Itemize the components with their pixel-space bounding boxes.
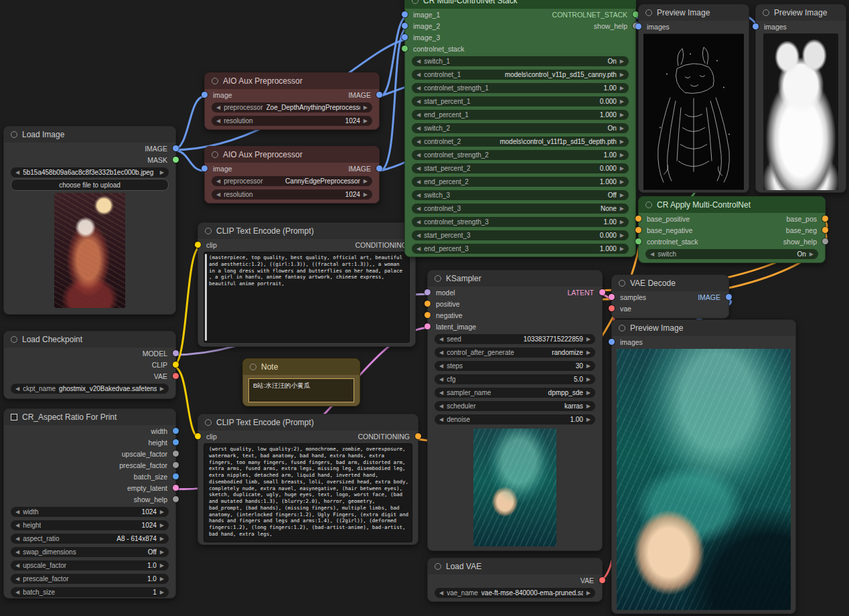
increment-arrow-icon[interactable]	[160, 520, 164, 530]
node-titlebar[interactable]: CLIP Text Encode (Prompt)	[198, 223, 415, 239]
choose-file-button[interactable]: choose file to upload	[11, 179, 169, 191]
node-preview-image-depth[interactable]: Preview Image images	[755, 4, 846, 193]
aspect-ratio-widget[interactable]: aspect_ratioA8 - 614x874	[11, 534, 169, 544]
height-widget[interactable]: height1024	[11, 520, 169, 530]
input-port-base-positive[interactable]	[635, 216, 641, 222]
output-port-vae[interactable]	[173, 373, 179, 379]
output-port-conditioning[interactable]	[415, 433, 421, 439]
switch-1-widget[interactable]: switch_1On	[412, 56, 629, 66]
node-titlebar[interactable]: Preview Image	[639, 5, 749, 21]
switch-2-widget[interactable]: switch_2On	[412, 123, 629, 133]
switch-3-widget[interactable]: switch_3Off	[412, 190, 629, 200]
node-titlebar[interactable]: Load VAE	[428, 558, 602, 574]
node-titlebar[interactable]: KSampler	[428, 271, 602, 287]
increment-arrow-icon[interactable]	[160, 534, 164, 544]
increment-arrow-icon[interactable]	[620, 150, 624, 160]
node-ksampler[interactable]: KSampler modelLATENT positive negative l…	[427, 270, 603, 551]
input-port-image[interactable]	[202, 165, 208, 171]
prev-arrow-icon[interactable]	[15, 167, 19, 177]
output-port-image[interactable]	[376, 92, 382, 98]
output-port-image[interactable]	[726, 294, 732, 300]
node-titlebar[interactable]: CR_Aspect Ratio For Print	[4, 409, 175, 425]
input-port-latent-image[interactable]	[424, 323, 431, 329]
collapse-icon[interactable]	[212, 151, 218, 158]
start-percent-1-widget[interactable]: start_percent_10.000	[412, 96, 629, 106]
end-percent-1-widget[interactable]: end_percent_11.000	[412, 110, 629, 120]
collapse-icon[interactable]	[435, 563, 441, 570]
node-cr-multi-controlnet-stack[interactable]: CR Multi-ControlNet Stack image_1CONTROL…	[404, 0, 636, 257]
decrement-arrow-icon[interactable]	[439, 374, 443, 384]
controlnet-1-combo[interactable]: controlnet_1models\control_v11p_sd15_can…	[412, 70, 629, 80]
node-titlebar[interactable]: CLIP Text Encode (Prompt)	[198, 414, 418, 431]
start-percent-2-widget[interactable]: start_percent_20.000	[412, 163, 629, 173]
prev-arrow-icon[interactable]	[439, 588, 443, 598]
increment-arrow-icon[interactable]	[587, 334, 591, 344]
decrement-arrow-icon[interactable]	[416, 56, 420, 66]
input-port-image[interactable]	[202, 92, 208, 98]
decrement-arrow-icon[interactable]	[439, 414, 443, 425]
decrement-arrow-icon[interactable]	[416, 110, 420, 120]
increment-arrow-icon[interactable]	[587, 361, 591, 371]
textarea-scrollbar[interactable]	[205, 254, 207, 341]
decrement-arrow-icon[interactable]	[15, 520, 19, 530]
collapse-icon[interactable]	[645, 202, 652, 208]
increment-arrow-icon[interactable]	[620, 83, 624, 93]
end-percent-2-widget[interactable]: end_percent_21.000	[412, 177, 629, 187]
next-arrow-icon[interactable]	[364, 102, 368, 112]
input-port-clip[interactable]	[195, 242, 201, 248]
node-titlebar[interactable]: AIO Aux Preprocessor	[205, 147, 379, 163]
increment-arrow-icon[interactable]	[160, 587, 164, 597]
swap-dimensions-widget[interactable]: swap_dimensionsOff	[11, 547, 169, 557]
input-port-images[interactable]	[753, 23, 759, 29]
scheduler-widget[interactable]: schedulerkarras	[435, 401, 595, 411]
increment-arrow-icon[interactable]	[620, 163, 624, 173]
start-percent-3-widget[interactable]: start_percent_30.000	[412, 230, 629, 240]
decrement-arrow-icon[interactable]	[416, 83, 420, 93]
controlnet-strength-3-widget[interactable]: controlnet_strength_31.00	[412, 217, 629, 227]
input-port-controlnet-stack[interactable]	[402, 46, 408, 52]
increment-arrow-icon[interactable]	[587, 414, 591, 425]
control-after-generate-widget[interactable]: control_after_generaterandomize	[435, 348, 595, 358]
node-titlebar[interactable]: AIO Aux Preprocessor	[205, 73, 379, 89]
output-port-base-neg[interactable]	[822, 227, 828, 233]
decrement-arrow-icon[interactable]	[416, 163, 420, 173]
switch-widget[interactable]: switchOn	[645, 249, 818, 259]
node-aspect-ratio[interactable]: CR_Aspect Ratio For Print width height u…	[3, 408, 176, 599]
preprocessor-combo[interactable]: preprocessorZoe_DepthAnythingPreprocesso…	[212, 102, 372, 112]
preprocessor-combo[interactable]: preprocessorCannyEdgePreprocessor	[212, 176, 372, 186]
resolution-widget[interactable]: resolution1024	[212, 189, 372, 200]
node-preview-image-canny[interactable]: Preview Image images	[638, 4, 749, 193]
node-clip-text-encode-positive[interactable]: CLIP Text Encode (Prompt) clipCONDITIONI…	[198, 222, 416, 347]
increment-arrow-icon[interactable]	[620, 110, 624, 120]
prev-arrow-icon[interactable]	[216, 176, 220, 186]
upscale-factor-widget[interactable]: upscale_factor1.0	[11, 560, 169, 570]
increment-arrow-icon[interactable]	[620, 190, 624, 200]
next-arrow-icon[interactable]	[620, 137, 624, 147]
next-arrow-icon[interactable]	[620, 204, 624, 214]
denoise-widget[interactable]: denoise1.00	[435, 414, 595, 425]
decrement-arrow-icon[interactable]	[416, 150, 420, 160]
controlnet-2-combo[interactable]: controlnet_2models\control_v11f1p_sd15_d…	[412, 137, 629, 147]
input-port-image-2[interactable]	[402, 23, 408, 29]
collapse-icon[interactable]	[205, 419, 212, 426]
next-arrow-icon[interactable]	[587, 401, 591, 411]
collapse-icon[interactable]	[212, 78, 218, 84]
output-port-show-help[interactable]	[822, 238, 828, 244]
collapse-icon[interactable]	[619, 325, 625, 331]
next-arrow-icon[interactable]	[620, 70, 624, 80]
resolution-widget[interactable]: resolution1024	[212, 116, 372, 126]
node-aio-preprocessor-1[interactable]: AIO Aux Preprocessor imageIMAGE preproce…	[204, 72, 380, 130]
next-arrow-icon[interactable]	[160, 167, 164, 177]
node-note[interactable]: Note B站:水汪汪的小黄瓜	[242, 358, 360, 406]
increment-arrow-icon[interactable]	[160, 574, 164, 584]
node-vae-decode[interactable]: VAE Decode samplesIMAGE vae	[611, 275, 729, 319]
node-load-vae[interactable]: Load VAE VAE vae_namevae-ft-mse-840000-e…	[427, 558, 603, 602]
prev-arrow-icon[interactable]	[15, 384, 19, 394]
input-port-base-negative[interactable]	[635, 227, 641, 233]
node-box-icon[interactable]	[11, 414, 17, 420]
seed-widget[interactable]: seed1033837715222859	[435, 334, 595, 344]
node-titlebar[interactable]: Note	[243, 359, 360, 375]
collapse-icon[interactable]	[11, 131, 17, 138]
output-port-batch-size[interactable]	[173, 473, 179, 479]
decrement-arrow-icon[interactable]	[416, 230, 420, 240]
